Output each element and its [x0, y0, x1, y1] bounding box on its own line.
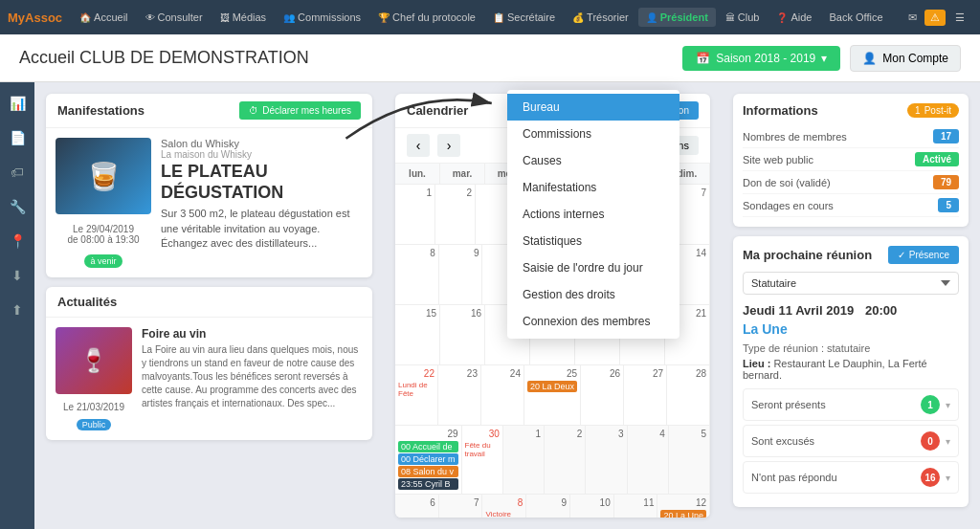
nav-club[interactable]: 🏛 Club	[718, 8, 768, 27]
nav-menu[interactable]: ☰	[947, 8, 972, 28]
sidebar-tools-icon[interactable]: 🔧	[2, 193, 33, 220]
manifestations-header: Manifestations ⏱ Déclarer mes heures	[46, 94, 372, 128]
cal-cell[interactable]: 7	[439, 495, 483, 518]
info-row: Don de soi (validé)79	[743, 171, 959, 194]
cal-event[interactable]: 00 Déclarer m	[398, 453, 458, 465]
postit-badge[interactable]: 1 Post-it	[907, 103, 959, 118]
reunion-type-select[interactable]: Statutaire	[743, 272, 959, 295]
reunion-type-label: Type de réunion : statutaire	[743, 342, 959, 354]
dropdown-gestion-droits[interactable]: Gestion des droits	[507, 281, 679, 308]
dropdown-manifestations[interactable]: Manifestations	[507, 174, 679, 201]
cal-cell[interactable]: 2	[435, 185, 476, 244]
nav-chef-protocole[interactable]: 🏆 Chef du protocole	[370, 8, 483, 27]
cal-cell[interactable]: 23	[438, 365, 481, 425]
attendance-row[interactable]: N'ont pas répondu16▾	[743, 461, 959, 494]
cal-cell[interactable]: 9	[439, 245, 483, 304]
calendar-title: Calendrier	[407, 103, 468, 118]
brand[interactable]: MyAssoc	[8, 11, 62, 25]
cal-day-number: 24	[484, 368, 521, 379]
cal-cell[interactable]: 24	[481, 365, 524, 425]
cal-cell[interactable]: 1220 La Une	[657, 495, 710, 518]
sidebar-doc-icon[interactable]: 📄	[2, 124, 33, 151]
cal-cell[interactable]: 8	[395, 245, 439, 304]
nav-warning[interactable]: ⚠	[924, 10, 946, 26]
cal-cell[interactable]: 2	[545, 426, 586, 494]
presence-button[interactable]: ✓ Présence	[888, 246, 959, 264]
cal-day-number: 22	[398, 368, 434, 379]
declare-heures-button[interactable]: ⏱ Déclarer mes heures	[239, 101, 361, 120]
attendance-right: 0▾	[921, 431, 950, 451]
cal-next-button[interactable]: ›	[437, 134, 460, 157]
info-row-value: 17	[933, 129, 959, 143]
cal-cell[interactable]: 11	[614, 495, 658, 518]
cal-cell[interactable]: 6	[395, 495, 439, 518]
info-row-value: 79	[933, 175, 959, 189]
nav-consulter[interactable]: 👁 Consulter	[138, 8, 211, 27]
attendance-row[interactable]: Seront présents1▾	[743, 388, 959, 421]
dropdown-actions-internes[interactable]: Actions internes	[507, 201, 679, 228]
nav-medias[interactable]: 🖼 Médias	[212, 8, 274, 27]
cal-cell[interactable]: 28	[667, 365, 710, 425]
sidebar-upload-icon[interactable]: ⬆	[2, 297, 33, 323]
attendance-row[interactable]: Sont excusés0▾	[743, 425, 959, 457]
cal-cell[interactable]: 5	[669, 426, 710, 494]
cal-event[interactable]: 08 Salon du v	[398, 466, 458, 477]
dropdown-connexion-membres[interactable]: Connexion des membres	[507, 308, 679, 335]
cal-prev-button[interactable]: ‹	[407, 134, 430, 157]
nav-secretaire[interactable]: 📋 Secrétaire	[485, 8, 563, 27]
sidebar-download-icon[interactable]: ⬇	[2, 262, 33, 289]
cal-event[interactable]: 20 La Une	[660, 510, 706, 518]
event-subtitle: Salon du Whisky	[161, 138, 363, 149]
event-badge[interactable]: à venir	[84, 254, 122, 268]
cal-cell[interactable]: 16	[440, 305, 485, 364]
attendance-label: Seront présents	[751, 399, 826, 410]
sidebar-chart-icon[interactable]: 📊	[2, 90, 33, 117]
chevron-down-icon: ▾	[946, 436, 950, 447]
cal-cell[interactable]: 10	[570, 495, 614, 518]
cal-day-number: 30	[465, 429, 500, 439]
actu-item-vin: 🍷 Le 21/03/2019 Public Foire au vin La F…	[46, 318, 372, 440]
cal-cell[interactable]: 15	[395, 305, 440, 364]
saison-button[interactable]: 📅 Saison 2018 - 2019 ▾	[682, 46, 840, 71]
nav-tresorier[interactable]: 💰 Trésorier	[565, 8, 636, 27]
dropdown-ordre-du-jour[interactable]: Saisie de l'ordre du jour	[507, 254, 679, 281]
account-button[interactable]: 👤 Mon Compte	[850, 45, 961, 72]
nav-mail[interactable]: ✉	[902, 8, 923, 28]
sidebar-tag-icon[interactable]: 🏷	[2, 159, 33, 186]
cal-event[interactable]: 23:55 Cyril B	[398, 478, 458, 490]
nav-backoffice[interactable]: Back Office	[822, 8, 891, 27]
nav-president[interactable]: 👤 Président	[638, 8, 716, 27]
cal-cell[interactable]: 3	[586, 426, 627, 494]
cal-cell[interactable]: 22Lundi de Fête	[395, 365, 438, 425]
dropdown-bureau[interactable]: Bureau	[507, 94, 679, 121]
left-sidebar: 📊 📄 🏷 🔧 📍 ⬇ ⬆	[0, 82, 34, 529]
reunion-date: Jeudi 11 Avril 2019 20:00	[743, 302, 959, 318]
nav-accueil[interactable]: 🏠 Accueil	[72, 8, 135, 27]
cal-day-number: 8	[485, 497, 523, 508]
reunion-name: La Une	[743, 321, 959, 337]
cal-cell[interactable]: 4	[628, 426, 669, 494]
cal-cell[interactable]: 26	[581, 365, 624, 425]
cal-event[interactable]: 00 Accueil de	[398, 441, 458, 452]
dropdown-causes[interactable]: Causes	[507, 147, 679, 174]
cal-cell[interactable]: 27	[624, 365, 667, 425]
cal-cell[interactable]: 30Fête du travail	[462, 426, 503, 494]
actualites-title: Actualités	[57, 295, 117, 309]
cal-cell[interactable]: 2900 Accueil de00 Déclarer m08 Salon du …	[395, 426, 462, 494]
cal-cell[interactable]: 8Victoire 1945	[482, 495, 526, 518]
cal-week-5: 678Victoire 1945910111220 La Une	[395, 494, 710, 518]
cal-cell[interactable]: 1	[503, 426, 545, 494]
reunion-title: Ma prochaine réunion	[743, 248, 872, 262]
cal-cell[interactable]: 2520 La Deux	[524, 365, 581, 425]
sidebar-map-icon[interactable]: 📍	[2, 228, 33, 254]
nav-aide[interactable]: ❓ Aide	[768, 8, 819, 27]
cal-cell[interactable]: 9	[526, 495, 570, 518]
cal-cell[interactable]: 1	[395, 185, 435, 244]
nav-commissions[interactable]: 👥 Commissions	[276, 8, 368, 27]
cal-week-4: 2900 Accueil de00 Déclarer m08 Salon du …	[395, 425, 710, 494]
dropdown-commissions[interactable]: Commissions	[507, 121, 679, 147]
actu-title: Foire au vin	[142, 327, 363, 341]
cal-event[interactable]: 20 La Deux	[527, 381, 577, 392]
main-content: 📊 📄 🏷 🔧 📍 ⬇ ⬆ Manifestations ⏱ Déclarer …	[0, 82, 980, 529]
dropdown-statistiques[interactable]: Statistiques	[507, 228, 679, 254]
